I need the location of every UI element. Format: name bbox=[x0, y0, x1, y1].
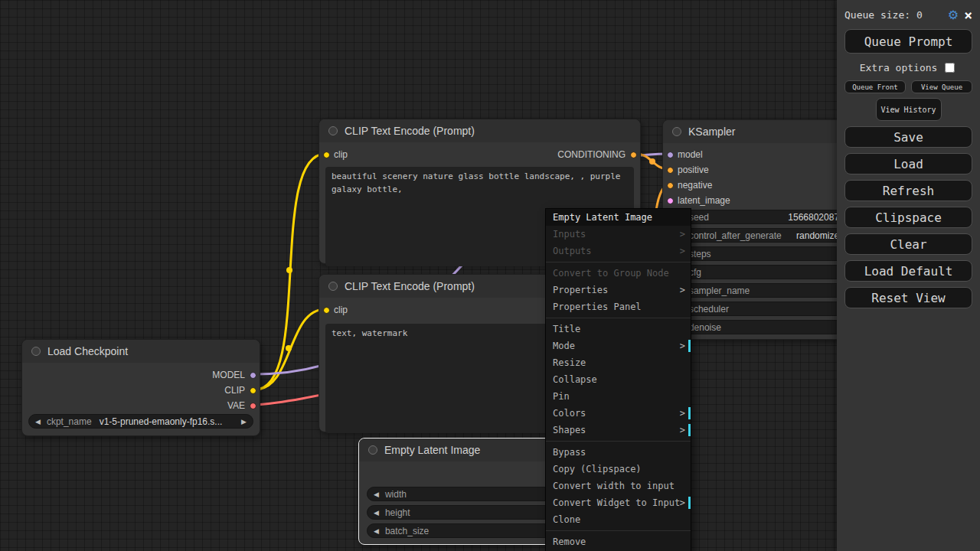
menu-separator bbox=[546, 530, 691, 531]
menu-item-convert-widget-to-input[interactable]: Convert Widget to Input > bbox=[546, 494, 691, 511]
menu-item-collapse[interactable]: Collapse bbox=[546, 371, 691, 388]
menu-item-label: Collapse bbox=[553, 374, 597, 385]
link-midpoint-dot bbox=[286, 345, 292, 351]
clip-input-label: clip bbox=[334, 302, 348, 318]
clipspace-button[interactable]: Clipspace bbox=[844, 207, 972, 228]
menu-item-label: Properties Panel bbox=[553, 302, 642, 312]
collapse-dot-icon[interactable] bbox=[368, 445, 377, 455]
node-load-checkpoint[interactable]: Load Checkpoint MODEL CLIP VAE ◀ ckpt_na… bbox=[21, 339, 260, 436]
menu-item-label: Properties bbox=[553, 285, 608, 295]
positive-input-label: positive bbox=[678, 162, 709, 178]
conditioning-output-label: CONDITIONING bbox=[557, 147, 626, 162]
latent-image-input-port[interactable] bbox=[667, 197, 674, 204]
node-title: Empty Latent Image bbox=[384, 444, 480, 456]
view-history-button[interactable]: View History bbox=[876, 98, 942, 121]
submenu-arrow-icon: > bbox=[680, 226, 685, 243]
clip-input-label: clip bbox=[334, 147, 348, 162]
refresh-button[interactable]: Refresh bbox=[844, 180, 972, 201]
submenu-accent-bar bbox=[688, 424, 691, 436]
comfyui-app: CLIP Text Encode (Prompt) clip CONDITION… bbox=[0, 0, 980, 551]
ckpt-name-widget[interactable]: ◀ ckpt_name v1-5-pruned-emaonly-fp16.s..… bbox=[28, 414, 253, 429]
widget-value: 1566802087 bbox=[788, 212, 839, 223]
scheduler-widget[interactable]: ◀ scheduler bbox=[671, 302, 857, 316]
menu-item-title[interactable]: Title bbox=[546, 321, 691, 337]
menu-item-label: Pin bbox=[553, 391, 570, 402]
widget-left-arrow-icon[interactable]: ◀ bbox=[374, 509, 379, 517]
widget-right-arrow-icon[interactable]: ▶ bbox=[241, 418, 247, 425]
close-icon[interactable]: × bbox=[964, 10, 972, 21]
sampler-name-widget[interactable]: ◀ sampler_name bbox=[671, 283, 857, 298]
menu-item-shapes[interactable]: Shapes > bbox=[546, 422, 691, 439]
cfg-widget[interactable]: ◀ cfg bbox=[671, 265, 857, 279]
menu-item-resize[interactable]: Resize bbox=[546, 354, 691, 371]
menu-item-mode[interactable]: Mode > bbox=[546, 337, 691, 354]
model-input-port[interactable] bbox=[667, 152, 674, 158]
widget-label: sampler_name bbox=[689, 285, 750, 296]
load-default-button[interactable]: Load Default bbox=[844, 260, 972, 282]
clip-output-port[interactable] bbox=[250, 387, 256, 394]
menu-item-label: Resize bbox=[553, 357, 586, 368]
positive-input-port[interactable] bbox=[667, 167, 674, 174]
widget-left-arrow-icon[interactable]: ◀ bbox=[374, 491, 379, 498]
menu-item-properties-panel[interactable]: Properties Panel bbox=[546, 298, 691, 315]
conditioning-output-port[interactable] bbox=[630, 152, 637, 158]
reset-view-button[interactable]: Reset View bbox=[844, 287, 972, 308]
queue-front-button[interactable]: Queue Front bbox=[844, 80, 906, 93]
clear-button[interactable]: Clear bbox=[844, 233, 972, 255]
menu-item-properties[interactable]: Properties > bbox=[546, 282, 691, 298]
widget-left-arrow-icon[interactable]: ◀ bbox=[35, 418, 41, 425]
seed-widget[interactable]: ◀ seed 1566802087 ▶ bbox=[671, 210, 857, 224]
widget-label: seed bbox=[689, 212, 709, 223]
node-header[interactable]: CLIP Text Encode (Prompt) bbox=[319, 119, 640, 142]
node-canvas[interactable]: CLIP Text Encode (Prompt) clip CONDITION… bbox=[0, 0, 980, 551]
widget-label: scheduler bbox=[689, 304, 729, 315]
queue-prompt-button[interactable]: Queue Prompt bbox=[844, 29, 972, 54]
widget-label: height bbox=[385, 507, 410, 518]
extra-options-checkbox[interactable] bbox=[945, 63, 955, 73]
menu-item-convert-to-group-node: Convert to Group Node bbox=[546, 265, 691, 282]
collapse-dot-icon[interactable] bbox=[328, 126, 338, 135]
load-button[interactable]: Load bbox=[844, 153, 972, 174]
node-header[interactable]: Load Checkpoint bbox=[22, 340, 260, 363]
menu-item-remove[interactable]: Remove bbox=[546, 533, 691, 550]
menu-item-label: Convert Widget to Input bbox=[553, 497, 680, 508]
node-ksampler[interactable]: KSampler model positive negative latent_… bbox=[662, 119, 865, 340]
menu-item-label: Inputs bbox=[553, 229, 586, 240]
menu-item-pin[interactable]: Pin bbox=[546, 388, 691, 405]
wire-clip-to-top-encode bbox=[255, 154, 325, 390]
collapse-dot-icon[interactable] bbox=[672, 127, 681, 136]
menu-separator bbox=[546, 318, 691, 318]
clip-input-port[interactable] bbox=[323, 152, 330, 158]
menu-item-label: Shapes bbox=[553, 425, 586, 435]
menu-item-label: Remove bbox=[553, 536, 586, 547]
steps-widget[interactable]: ◀ steps bbox=[671, 246, 857, 261]
collapse-dot-icon[interactable] bbox=[328, 282, 338, 291]
menu-item-label: Title bbox=[553, 324, 580, 334]
queue-buttons-row: Queue Front View Queue bbox=[844, 80, 972, 93]
clip-input-port[interactable] bbox=[323, 307, 330, 314]
control-after-generate-widget[interactable]: ◀ control_after_generate randomize ▶ bbox=[671, 228, 857, 243]
model-input-label: model bbox=[678, 147, 703, 162]
view-queue-button[interactable]: View Queue bbox=[911, 80, 972, 93]
vae-output-port[interactable] bbox=[250, 403, 256, 409]
node-context-menu: Empty Latent Image Inputs > Outputs > Co… bbox=[545, 208, 691, 551]
model-output-label: MODEL bbox=[212, 367, 245, 383]
settings-gear-icon[interactable]: ⚙ bbox=[948, 8, 959, 22]
menu-item-label: Clone bbox=[553, 514, 580, 525]
menu-item-convert-width-to-input[interactable]: Convert width to input bbox=[546, 478, 691, 494]
save-button[interactable]: Save bbox=[844, 126, 972, 148]
menu-item-inputs: Inputs > bbox=[546, 226, 691, 243]
node-header[interactable]: KSampler bbox=[663, 120, 864, 143]
denoise-widget[interactable]: ◀ denoise bbox=[671, 320, 857, 334]
menu-item-copy-clipspace[interactable]: Copy (Clipspace) bbox=[546, 461, 691, 478]
negative-input-port[interactable] bbox=[667, 182, 674, 189]
menu-item-clone[interactable]: Clone bbox=[546, 511, 691, 528]
model-output-port[interactable] bbox=[250, 372, 256, 379]
menu-item-label: Convert to Group Node bbox=[553, 268, 669, 279]
menu-item-bypass[interactable]: Bypass bbox=[546, 444, 691, 461]
widget-left-arrow-icon[interactable]: ◀ bbox=[374, 527, 379, 535]
menu-item-colors[interactable]: Colors > bbox=[546, 405, 691, 422]
collapse-dot-icon[interactable] bbox=[31, 347, 41, 356]
menu-separator bbox=[546, 262, 691, 262]
vae-output-label: VAE bbox=[227, 398, 245, 413]
